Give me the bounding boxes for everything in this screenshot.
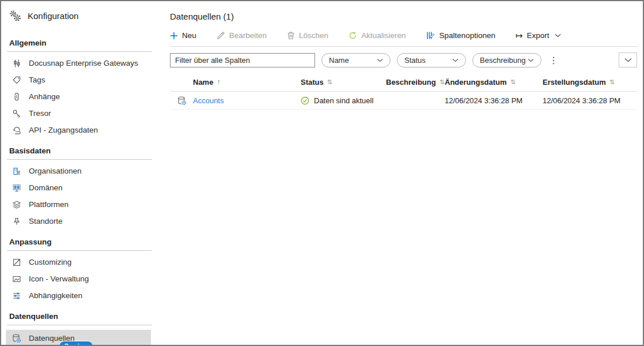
check-circle-icon [301, 96, 309, 105]
column-header-erstellungsdatum[interactable]: Erstellungsdatum ⇅ [543, 78, 638, 86]
sidebar-item-icon-verwaltung[interactable]: Icon - Verwaltung [1, 270, 152, 287]
column-header-status[interactable]: Status ⇅ [301, 78, 386, 86]
export-icon: ↦ [516, 31, 523, 40]
row-status-cell: Daten sind aktuell [301, 96, 386, 105]
section-datenquellen: Datenquellen Datenquellen Preview [1, 309, 152, 346]
more-filters-kebab-icon[interactable]: ⋮ [548, 55, 559, 66]
row-name-link[interactable]: Accounts [193, 96, 301, 105]
main-content: Datenquellen (1) Neu Bearbeiten Löschen [152, 1, 643, 345]
domain-icon [12, 183, 21, 193]
sidebar-item-label: API - Zugangsdaten [29, 126, 98, 134]
chevron-down-icon [555, 33, 561, 37]
chevron-down-icon [528, 58, 534, 62]
row-erstellungsdatum-cell: 12/06/2024 3:36:28 PM [543, 96, 638, 105]
column-header-beschreibung[interactable]: Beschreibung ⇅ [386, 78, 445, 86]
chevron-down-icon [452, 58, 459, 62]
image-icon [12, 274, 21, 284]
new-button-label: Neu [182, 31, 196, 40]
collapse-filter-button[interactable] [619, 52, 637, 67]
toolbar: Neu Bearbeiten Löschen [170, 28, 638, 47]
edit-button-label: Bearbeiten [229, 31, 267, 40]
delete-button[interactable]: Löschen [287, 31, 328, 40]
sidebar-item-datenquellen[interactable]: Datenquellen Preview [6, 330, 151, 346]
sidebar-item-label: Tresor [29, 109, 51, 118]
sidebar-item-tags[interactable]: Tags [1, 72, 152, 88]
key-icon [12, 108, 21, 118]
preview-badge: Preview [59, 341, 93, 346]
sort-both-icon: ⇅ [327, 78, 332, 86]
pencil-icon [217, 31, 225, 40]
column-header-aenderungsdatum[interactable]: Änderungsdatum ⇅ [445, 78, 543, 86]
section-label: Allgemein [1, 35, 152, 51]
section-basisdaten: Basisdaten Organisationen [1, 143, 152, 230]
sidebar-item-anhaenge[interactable]: Anhänge [1, 88, 152, 105]
sidebar-item-plattformen[interactable]: Plattformen [1, 196, 152, 213]
refresh-button[interactable]: Aktualisieren [348, 31, 406, 40]
dropdown-label: Name [329, 56, 349, 65]
refresh-icon [348, 31, 357, 40]
chevron-down-icon [624, 58, 632, 62]
sidebar-item-label: Icon - Verwaltung [29, 274, 89, 283]
sidebar-item-tresor[interactable]: Tresor [1, 105, 152, 122]
section-label: Basisdaten [1, 143, 152, 159]
sidebar-item-label: Plattformen [29, 200, 69, 209]
trash-icon [287, 31, 295, 40]
filter-dropdown-name[interactable]: Name [321, 53, 391, 67]
table-row[interactable]: Accounts Daten sind aktuell 12/06/2024 3… [170, 92, 638, 110]
filter-dropdown-status[interactable]: Status [397, 53, 466, 67]
sidebar-item-domaenen[interactable]: Domänen [1, 179, 152, 196]
database-gear-icon [12, 333, 21, 343]
sidebar-item-label: Tags [29, 76, 46, 84]
sidebar-item-label: Docusnap Enterprise Gateways [29, 59, 138, 67]
status-text: Daten sind aktuell [314, 96, 373, 105]
sidebar-item-label: Domänen [29, 183, 63, 192]
sidebar-item-label: Standorte [29, 217, 63, 225]
gears-icon [9, 10, 21, 21]
sort-both-icon: ⇅ [440, 78, 445, 86]
api-credentials-icon [12, 125, 21, 135]
database-gear-icon [177, 96, 187, 106]
sidebar-item-gateways[interactable]: Docusnap Enterprise Gateways [1, 55, 152, 72]
filter-input[interactable] [170, 53, 315, 67]
plus-icon [170, 32, 178, 40]
sidebar-item-label: Anhänge [29, 92, 60, 101]
column-options-icon [426, 31, 435, 40]
export-button-label: Export [527, 31, 550, 40]
page-title: Datenquellen (1) [170, 1, 638, 28]
new-button[interactable]: Neu [170, 31, 196, 40]
chevron-down-icon [377, 58, 383, 62]
sidebar-item-standorte[interactable]: Standorte [1, 213, 152, 230]
filter-row: Name Status Beschreibung ⋮ [170, 47, 638, 73]
sidebar-item-label: Abhängigkeiten [29, 291, 82, 300]
export-button[interactable]: ↦ Export [516, 31, 561, 40]
row-type-icon-cell [170, 96, 193, 106]
column-header-name[interactable]: Name ↑ [193, 78, 301, 86]
section-label: Anpassung [1, 234, 152, 250]
sidebar-item-organisationen[interactable]: Organisationen [1, 163, 152, 179]
design-icon [12, 257, 21, 267]
sidebar-item-customizing[interactable]: Customizing [1, 254, 152, 270]
column-options-button[interactable]: Spaltenoptionen [426, 31, 495, 40]
sidebar: Konfiguration Allgemein Docusnap Enterpr… [1, 1, 152, 345]
layers-icon [12, 200, 21, 209]
configuration-header: Konfiguration [1, 9, 152, 31]
paperclip-icon [12, 92, 21, 101]
column-options-label: Spaltenoptionen [439, 31, 495, 40]
sidebar-item-label: Customizing [29, 258, 71, 266]
sort-both-icon: ⇅ [510, 78, 516, 86]
tag-icon [12, 75, 21, 85]
table-header-row: Name ↑ Status ⇅ Beschreibung ⇅ Änderungs… [170, 73, 638, 92]
pin-icon [12, 216, 21, 226]
gateway-icon [12, 58, 21, 68]
sidebar-item-abhaengigkeiten[interactable]: Abhängigkeiten [1, 287, 152, 304]
sort-ascending-icon: ↑ [217, 78, 220, 86]
section-anpassung: Anpassung Customizing [1, 234, 152, 304]
delete-button-label: Löschen [299, 31, 328, 40]
section-allgemein: Allgemein Docusnap Enterprise Gateways [1, 35, 152, 138]
sidebar-item-label: Organisationen [29, 167, 82, 175]
filter-dropdown-beschreibung[interactable]: Beschreibung [472, 53, 541, 67]
dropdown-label: Status [404, 56, 426, 65]
sidebar-item-api-zugangsdaten[interactable]: API - Zugangsdaten [1, 122, 152, 138]
edit-button[interactable]: Bearbeiten [217, 31, 267, 40]
sliders-icon [12, 291, 21, 300]
